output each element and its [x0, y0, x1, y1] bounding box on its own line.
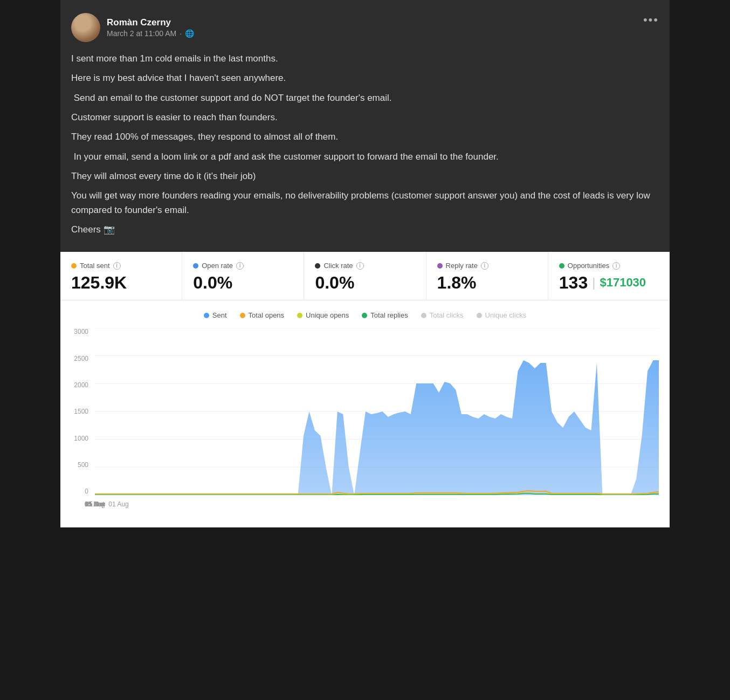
- legend-sent: Sent: [204, 311, 227, 319]
- stat-card-total-sent: Total sent i 125.9K: [60, 252, 182, 300]
- y-label-3000: 3000: [71, 328, 88, 335]
- stat-label-text-open-rate: Open rate: [202, 262, 233, 270]
- chart-container: 3000 2500 2000 1500 1000 500 0: [71, 328, 659, 511]
- stats-cards: Total sent i 125.9K Open rate i 0.0% Cli…: [60, 252, 670, 300]
- dot-opportunities: [559, 263, 564, 269]
- legend-label-total-replies: Total replies: [370, 311, 408, 319]
- chart-legend: Sent Total opens Unique opens Total repl…: [71, 311, 659, 319]
- post-body: I sent more than 1m cold emails in the l…: [71, 52, 659, 237]
- stat-divider: |: [592, 275, 595, 290]
- info-icon-open-rate[interactable]: i: [236, 262, 244, 270]
- author-name: Romàn Czerny: [107, 17, 194, 28]
- legend-dot-sent: [204, 313, 209, 318]
- stat-card-open-rate: Open rate i 0.0%: [182, 252, 304, 300]
- stat-value-total-sent: 125.9K: [71, 274, 171, 291]
- chart-svg: [95, 328, 659, 495]
- x-label-15jan: 15 Jan: [85, 500, 105, 508]
- legend-total-clicks: Total clicks: [421, 311, 464, 319]
- stat-label-text-click-rate: Click rate: [323, 262, 353, 270]
- legend-label-total-opens: Total opens: [249, 311, 285, 319]
- stat-label-text-reply-rate: Reply rate: [446, 262, 478, 270]
- legend-unique-clicks: Unique clicks: [477, 311, 527, 319]
- post-paragraph-4: Customer support is easier to reach than…: [71, 111, 659, 125]
- legend-dot-total-replies: [362, 313, 367, 318]
- social-post: Romàn Czerny March 2 at 11:00 AM · 🌐 •••…: [60, 0, 670, 252]
- stat-label-open-rate: Open rate i: [193, 262, 293, 270]
- legend-label-total-clicks: Total clicks: [430, 311, 464, 319]
- stats-section: Total sent i 125.9K Open rate i 0.0% Cli…: [60, 252, 670, 527]
- dot-total-sent: [71, 263, 77, 269]
- legend-unique-opens: Unique opens: [297, 311, 349, 319]
- x-label-01aug: 01 Aug: [108, 500, 128, 508]
- stat-value-reply-rate: 1.8%: [437, 274, 537, 291]
- chart-y-labels: 3000 2500 2000 1500 1000 500 0: [71, 328, 92, 495]
- info-icon-reply-rate[interactable]: i: [481, 262, 488, 270]
- post-paragraph-1: I sent more than 1m cold emails in the l…: [71, 52, 659, 66]
- stat-value-opportunities: 133: [559, 274, 588, 291]
- info-icon-opportunities[interactable]: i: [612, 262, 620, 270]
- info-icon-click-rate[interactable]: i: [356, 262, 364, 270]
- legend-total-replies: Total replies: [362, 311, 408, 319]
- legend-total-opens: Total opens: [240, 311, 285, 319]
- chart-section: Sent Total opens Unique opens Total repl…: [60, 300, 670, 527]
- post-paragraph-9: Cheers 📷: [71, 223, 659, 237]
- stat-card-click-rate: Click rate i 0.0%: [304, 252, 426, 300]
- dot-reply-rate: [437, 263, 443, 269]
- stat-card-opportunities: Opportunities i 133 | $171030: [548, 252, 670, 300]
- globe-icon: ·: [180, 29, 182, 38]
- y-label-0: 0: [71, 488, 88, 495]
- legend-dot-total-opens: [240, 313, 245, 318]
- dot-open-rate: [193, 263, 198, 269]
- stat-label-total-sent: Total sent i: [71, 262, 171, 270]
- stat-label-text-total-sent: Total sent: [80, 262, 110, 270]
- y-label-1000: 1000: [71, 435, 88, 442]
- post-meta: March 2 at 11:00 AM · 🌐: [107, 29, 194, 38]
- post-paragraph-6: In your email, send a loom link or a pdf…: [71, 150, 659, 164]
- legend-label-unique-opens: Unique opens: [306, 311, 349, 319]
- legend-dot-total-clicks: [421, 313, 426, 318]
- legend-label-unique-clicks: Unique clicks: [485, 311, 527, 319]
- info-icon-total-sent[interactable]: i: [113, 262, 121, 270]
- post-paragraph-8: You will get way more founders reading y…: [71, 189, 659, 217]
- avatar: [71, 13, 100, 42]
- svg-marker-7: [95, 360, 659, 495]
- stat-secondary-opportunities: $171030: [600, 276, 646, 290]
- legend-label-sent: Sent: [212, 311, 227, 319]
- y-label-500: 500: [71, 461, 88, 469]
- post-date: March 2 at 11:00 AM: [107, 29, 176, 38]
- visibility-icon: 🌐: [185, 29, 194, 38]
- post-paragraph-5: They read 100% of messages, they respond…: [71, 130, 659, 144]
- y-label-1500: 1500: [71, 408, 88, 415]
- chart-area: [95, 328, 659, 495]
- legend-dot-unique-clicks: [477, 313, 482, 318]
- stat-label-text-opportunities: Opportunities: [568, 262, 609, 270]
- stat-value-open-rate: 0.0%: [193, 274, 293, 291]
- y-label-2000: 2000: [71, 381, 88, 389]
- post-paragraph-3: Send an email to the customer support an…: [71, 91, 659, 105]
- y-label-2500: 2500: [71, 355, 88, 362]
- stat-value-click-rate: 0.0%: [315, 274, 415, 291]
- more-options-button[interactable]: •••: [643, 13, 659, 27]
- stat-value-row-opportunities: 133 | $171030: [559, 274, 659, 291]
- post-paragraph-2: Here is my best advice that I haven't se…: [71, 71, 659, 85]
- author-info: Romàn Czerny March 2 at 11:00 AM · 🌐: [107, 17, 194, 38]
- stat-label-opportunities: Opportunities i: [559, 262, 659, 270]
- stat-label-reply-rate: Reply rate i: [437, 262, 537, 270]
- stat-label-click-rate: Click rate i: [315, 262, 415, 270]
- legend-dot-unique-opens: [297, 313, 302, 318]
- dot-click-rate: [315, 263, 320, 269]
- post-header: Romàn Czerny March 2 at 11:00 AM · 🌐 •••: [71, 13, 659, 42]
- chart-x-labels: 01 Aug 15 Aug 01 Sep 15 Sep 01 Oct 15 Oc…: [95, 497, 659, 511]
- post-paragraph-7: They will almost every time do it (it's …: [71, 169, 659, 183]
- stat-card-reply-rate: Reply rate i 1.8%: [426, 252, 548, 300]
